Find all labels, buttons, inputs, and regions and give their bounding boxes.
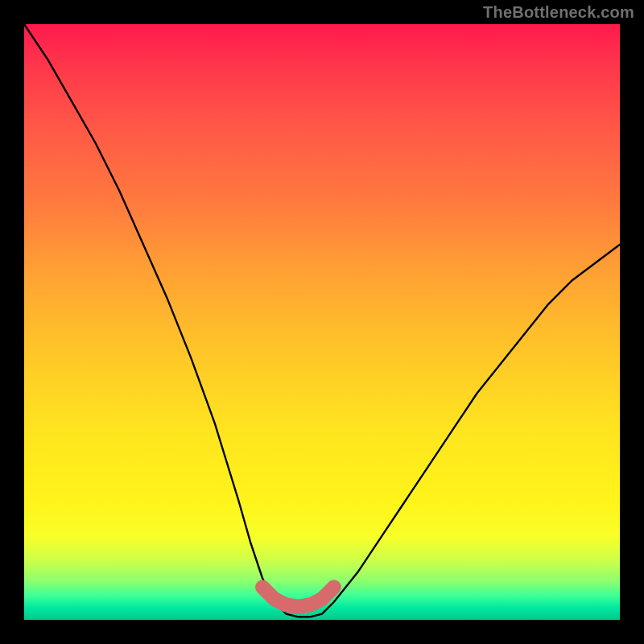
curve-layer xyxy=(24,24,620,620)
watermark-text: TheBottleneck.com xyxy=(483,3,634,22)
plot-area xyxy=(24,24,620,620)
optimal-marker xyxy=(262,587,334,606)
bottleneck-curve xyxy=(24,24,620,617)
chart-frame: TheBottleneck.com xyxy=(0,0,644,644)
